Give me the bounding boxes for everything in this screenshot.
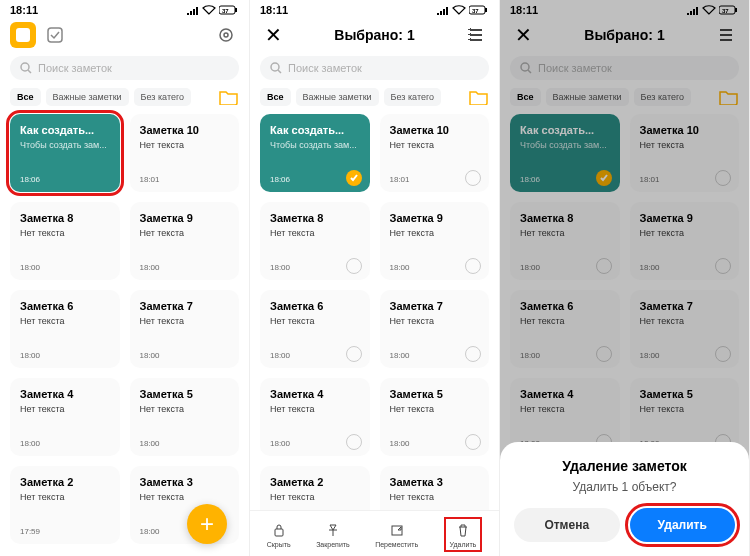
folder-icon[interactable] (469, 89, 489, 105)
search-bar[interactable]: Поиск заметок (10, 56, 239, 80)
search-icon (520, 62, 532, 74)
selection-title: Выбрано: 1 (536, 27, 713, 43)
move-button[interactable]: Переместить (375, 521, 418, 548)
note-card[interactable]: Как создать...Чтобы создать зам...18:06 (260, 114, 370, 192)
check-icon (346, 170, 362, 186)
chip-nocat[interactable]: Без катего (134, 88, 191, 106)
battery-icon: 37 (469, 5, 489, 15)
note-card[interactable]: Заметка 5Нет текста18:00 (380, 378, 490, 456)
note-card[interactable]: Заметка 9Нет текста18:00 (380, 202, 490, 280)
note-card[interactable]: Заметка 7Нет текста18:00 (130, 290, 240, 368)
notes-grid: Как создать...Чтобы создать зам...18:06 … (500, 114, 749, 466)
confirm-delete-button[interactable]: Удалить (630, 508, 736, 542)
tab-tasks-icon[interactable] (42, 22, 68, 48)
svg-line-8 (28, 70, 31, 73)
top-bar: ✕ Выбрано: 1 (250, 20, 499, 56)
delete-dialog: Удаление заметок Удалить 1 объект? Отмен… (500, 442, 749, 556)
note-card[interactable]: Заметка 6Нет текста18:00 (10, 290, 120, 368)
note-card[interactable]: Заметка 9Нет текста18:00 (130, 202, 240, 280)
trash-icon (454, 521, 472, 539)
hide-button[interactable]: Скрыть (267, 521, 291, 548)
tab-notes-icon[interactable] (10, 22, 36, 48)
status-time: 18:11 (260, 4, 288, 16)
note-card[interactable]: Заметка 10Нет текста18:01 (630, 114, 740, 192)
search-placeholder: Поиск заметок (38, 62, 112, 74)
svg-point-6 (224, 33, 228, 37)
note-card[interactable]: Как создать...Чтобы создать зам...18:06 (510, 114, 620, 192)
note-card[interactable]: Заметка 6Нет текста18:00 (260, 290, 370, 368)
cancel-button[interactable]: Отмена (514, 508, 620, 542)
svg-text:37: 37 (472, 8, 479, 14)
check-icon (596, 170, 612, 186)
close-icon[interactable]: ✕ (510, 22, 536, 48)
folder-icon[interactable] (719, 89, 739, 105)
search-icon (20, 62, 32, 74)
search-placeholder: Поиск заметок (538, 62, 612, 74)
selection-title: Выбрано: 1 (286, 27, 463, 43)
top-bar: ✕ Выбрано: 1 (500, 20, 749, 56)
chip-all[interactable]: Все (260, 88, 291, 106)
chip-important[interactable]: Важные заметки (296, 88, 379, 106)
category-chips: Все Важные заметки Без катего (500, 88, 749, 114)
battery-icon: 37 (719, 5, 739, 15)
note-card[interactable]: Заметка 7Нет текста18:00 (380, 290, 490, 368)
svg-point-12 (271, 63, 279, 71)
bottom-action-bar: Скрыть Закрепить Переместить Удалить (250, 510, 499, 556)
wifi-icon (202, 5, 216, 15)
top-bar (0, 20, 249, 56)
status-bar: 18:11 37 (0, 0, 249, 20)
svg-point-19 (521, 63, 529, 71)
add-note-button[interactable]: + (187, 504, 227, 544)
chip-all[interactable]: Все (510, 88, 541, 106)
close-icon[interactable]: ✕ (260, 22, 286, 48)
note-card[interactable]: Заметка 6Нет текста18:00 (510, 290, 620, 368)
search-bar[interactable]: Поиск заметок (510, 56, 739, 80)
note-card[interactable]: Заметка 2Нет текста17:59 (10, 466, 120, 544)
chip-nocat[interactable]: Без катего (384, 88, 441, 106)
settings-icon[interactable] (213, 22, 239, 48)
status-icons: 37 (187, 5, 239, 15)
category-chips: Все Важные заметки Без катего (0, 88, 249, 114)
plus-icon: + (200, 510, 214, 538)
svg-text:37: 37 (722, 8, 729, 14)
delete-button[interactable]: Удалить (444, 517, 483, 552)
signal-icon (687, 5, 699, 15)
screen-selection: 18:11 37 ✕ Выбрано: 1 Поиск заметок Все … (250, 0, 500, 556)
note-card[interactable]: Заметка 7Нет текста18:00 (630, 290, 740, 368)
signal-icon (187, 5, 199, 15)
note-card[interactable]: Заметка 10Нет текста18:01 (380, 114, 490, 192)
screen-main: 18:11 37 Поиск заметок Все Важные заметк… (0, 0, 250, 556)
move-icon (388, 521, 406, 539)
select-all-icon[interactable] (713, 22, 739, 48)
note-card[interactable]: Заметка 4Нет текста18:00 (10, 378, 120, 456)
note-card[interactable]: Заметка 8Нет текста18:00 (10, 202, 120, 280)
pin-button[interactable]: Закрепить (316, 521, 350, 548)
folder-icon[interactable] (219, 89, 239, 105)
select-all-icon[interactable] (463, 22, 489, 48)
note-card[interactable]: Заметка 9Нет текста18:00 (630, 202, 740, 280)
signal-icon (437, 5, 449, 15)
search-bar[interactable]: Поиск заметок (260, 56, 489, 80)
note-card[interactable]: Как создать...Чтобы создать зам...18:06 (10, 114, 120, 192)
svg-line-13 (278, 70, 281, 73)
chip-important[interactable]: Важные заметки (546, 88, 629, 106)
chip-important[interactable]: Важные заметки (46, 88, 129, 106)
svg-line-20 (528, 70, 531, 73)
svg-point-7 (21, 63, 29, 71)
note-card[interactable]: Заметка 8Нет текста18:00 (260, 202, 370, 280)
note-card[interactable]: Заметка 8Нет текста18:00 (510, 202, 620, 280)
pin-icon (324, 521, 342, 539)
status-time: 18:11 (510, 4, 538, 16)
notes-grid: Как создать...Чтобы создать зам...18:06 … (0, 114, 249, 554)
chip-all[interactable]: Все (10, 88, 41, 106)
svg-rect-10 (485, 8, 487, 12)
note-card[interactable]: Заметка 5Нет текста18:00 (130, 378, 240, 456)
search-icon (270, 62, 282, 74)
svg-rect-1 (235, 8, 237, 12)
status-time: 18:11 (10, 4, 38, 16)
dialog-title: Удаление заметок (514, 458, 735, 474)
note-card[interactable]: Заметка 4Нет текста18:00 (260, 378, 370, 456)
chip-nocat[interactable]: Без катего (634, 88, 691, 106)
note-card[interactable]: Заметка 10Нет текста18:01 (130, 114, 240, 192)
notes-grid: Как создать...Чтобы создать зам...18:06 … (250, 114, 499, 554)
